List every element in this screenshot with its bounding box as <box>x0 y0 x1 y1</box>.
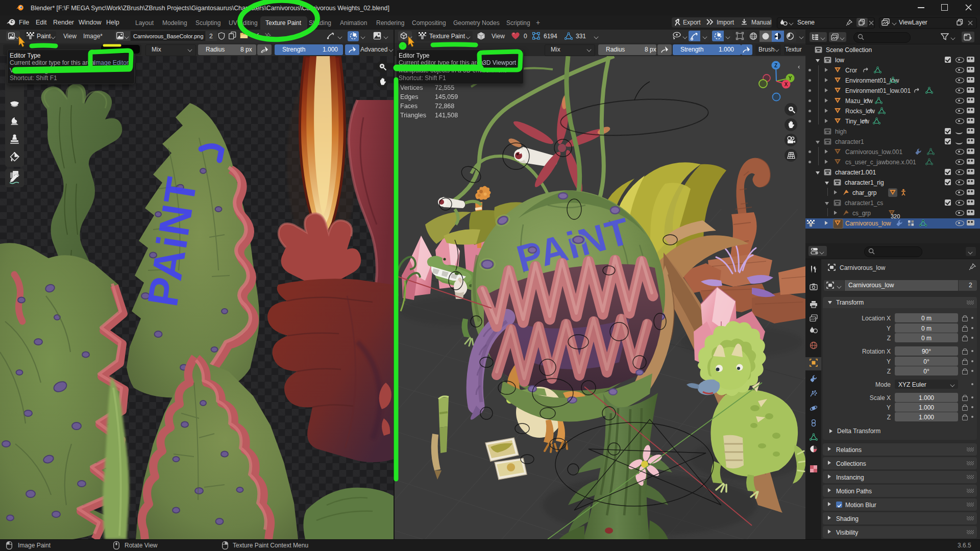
svg-text:X: X <box>785 82 788 87</box>
svg-text:Z: Z <box>774 63 777 68</box>
svg-text:Y: Y <box>789 76 792 81</box>
